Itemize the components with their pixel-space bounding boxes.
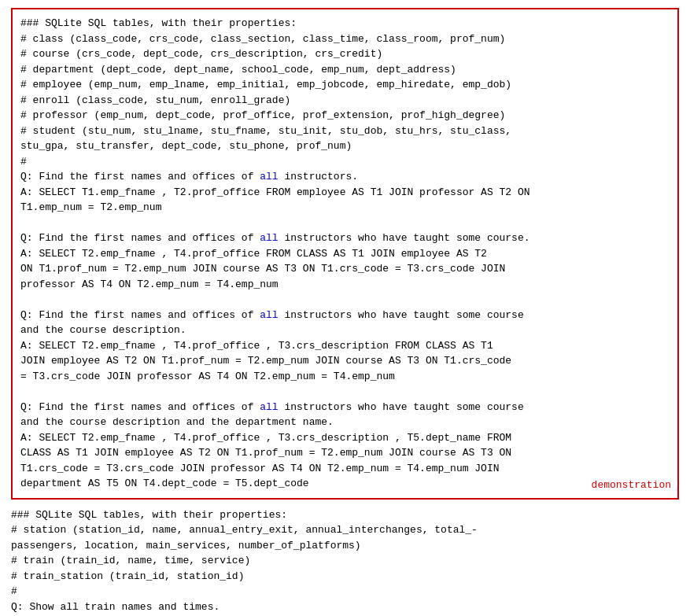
demo-label: demonstration bbox=[592, 478, 671, 493]
demonstration-box: ### SQLite SQL tables, with their proper… bbox=[11, 8, 679, 500]
code-content: ### SQLite SQL tables, with their proper… bbox=[20, 16, 670, 492]
plain-code-section: ### SQLite SQL tables, with their proper… bbox=[11, 507, 679, 615]
